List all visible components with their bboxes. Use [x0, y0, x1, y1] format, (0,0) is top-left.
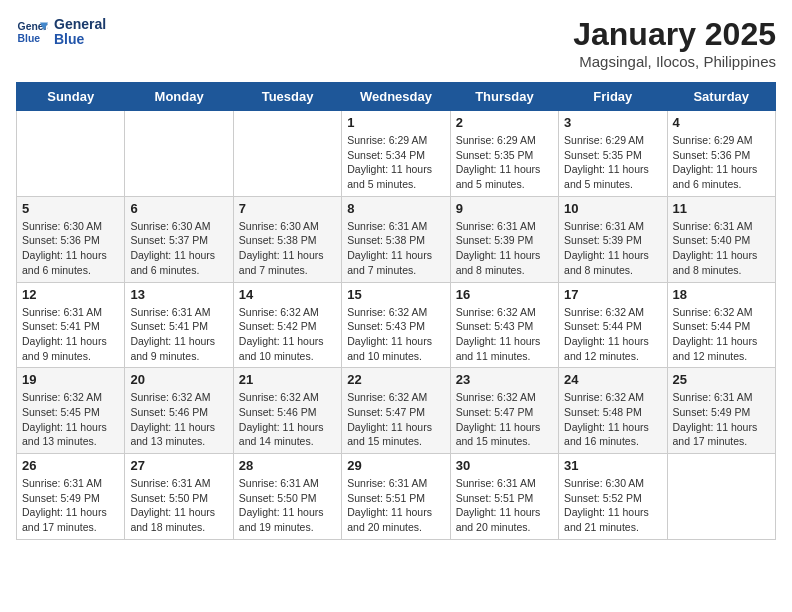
day-number: 3	[564, 115, 661, 130]
logo: General Blue General Blue	[16, 16, 106, 48]
day-info: Sunrise: 6:32 AMSunset: 5:44 PMDaylight:…	[564, 305, 661, 364]
day-info: Sunrise: 6:32 AMSunset: 5:47 PMDaylight:…	[456, 390, 553, 449]
day-number: 26	[22, 458, 119, 473]
calendar-cell: 31Sunrise: 6:30 AMSunset: 5:52 PMDayligh…	[559, 454, 667, 540]
calendar-cell: 10Sunrise: 6:31 AMSunset: 5:39 PMDayligh…	[559, 196, 667, 282]
day-info: Sunrise: 6:32 AMSunset: 5:48 PMDaylight:…	[564, 390, 661, 449]
logo-blue: Blue	[54, 32, 106, 47]
calendar-cell: 2Sunrise: 6:29 AMSunset: 5:35 PMDaylight…	[450, 111, 558, 197]
day-info: Sunrise: 6:30 AMSunset: 5:36 PMDaylight:…	[22, 219, 119, 278]
day-number: 14	[239, 287, 336, 302]
day-number: 22	[347, 372, 444, 387]
day-number: 24	[564, 372, 661, 387]
calendar-cell	[17, 111, 125, 197]
calendar-cell: 17Sunrise: 6:32 AMSunset: 5:44 PMDayligh…	[559, 282, 667, 368]
day-number: 19	[22, 372, 119, 387]
day-number: 31	[564, 458, 661, 473]
calendar-week-row: 5Sunrise: 6:30 AMSunset: 5:36 PMDaylight…	[17, 196, 776, 282]
calendar-week-row: 19Sunrise: 6:32 AMSunset: 5:45 PMDayligh…	[17, 368, 776, 454]
day-number: 12	[22, 287, 119, 302]
calendar-cell: 21Sunrise: 6:32 AMSunset: 5:46 PMDayligh…	[233, 368, 341, 454]
calendar-cell: 20Sunrise: 6:32 AMSunset: 5:46 PMDayligh…	[125, 368, 233, 454]
day-info: Sunrise: 6:31 AMSunset: 5:39 PMDaylight:…	[564, 219, 661, 278]
calendar-cell: 13Sunrise: 6:31 AMSunset: 5:41 PMDayligh…	[125, 282, 233, 368]
day-info: Sunrise: 6:32 AMSunset: 5:46 PMDaylight:…	[239, 390, 336, 449]
calendar-cell: 6Sunrise: 6:30 AMSunset: 5:37 PMDaylight…	[125, 196, 233, 282]
calendar-table: SundayMondayTuesdayWednesdayThursdayFrid…	[16, 82, 776, 540]
day-number: 16	[456, 287, 553, 302]
day-number: 23	[456, 372, 553, 387]
calendar-cell: 14Sunrise: 6:32 AMSunset: 5:42 PMDayligh…	[233, 282, 341, 368]
day-number: 1	[347, 115, 444, 130]
calendar-cell: 5Sunrise: 6:30 AMSunset: 5:36 PMDaylight…	[17, 196, 125, 282]
day-number: 28	[239, 458, 336, 473]
calendar-week-row: 1Sunrise: 6:29 AMSunset: 5:34 PMDaylight…	[17, 111, 776, 197]
calendar-cell: 3Sunrise: 6:29 AMSunset: 5:35 PMDaylight…	[559, 111, 667, 197]
calendar-cell: 8Sunrise: 6:31 AMSunset: 5:38 PMDaylight…	[342, 196, 450, 282]
day-header-thursday: Thursday	[450, 83, 558, 111]
day-info: Sunrise: 6:31 AMSunset: 5:50 PMDaylight:…	[130, 476, 227, 535]
day-number: 2	[456, 115, 553, 130]
calendar-cell: 23Sunrise: 6:32 AMSunset: 5:47 PMDayligh…	[450, 368, 558, 454]
calendar-cell: 27Sunrise: 6:31 AMSunset: 5:50 PMDayligh…	[125, 454, 233, 540]
day-info: Sunrise: 6:29 AMSunset: 5:35 PMDaylight:…	[564, 133, 661, 192]
calendar-week-row: 12Sunrise: 6:31 AMSunset: 5:41 PMDayligh…	[17, 282, 776, 368]
day-number: 21	[239, 372, 336, 387]
calendar-cell: 25Sunrise: 6:31 AMSunset: 5:49 PMDayligh…	[667, 368, 775, 454]
day-number: 17	[564, 287, 661, 302]
day-info: Sunrise: 6:30 AMSunset: 5:38 PMDaylight:…	[239, 219, 336, 278]
day-info: Sunrise: 6:32 AMSunset: 5:46 PMDaylight:…	[130, 390, 227, 449]
day-number: 13	[130, 287, 227, 302]
calendar-cell: 19Sunrise: 6:32 AMSunset: 5:45 PMDayligh…	[17, 368, 125, 454]
calendar-cell: 12Sunrise: 6:31 AMSunset: 5:41 PMDayligh…	[17, 282, 125, 368]
calendar-cell	[233, 111, 341, 197]
day-info: Sunrise: 6:31 AMSunset: 5:51 PMDaylight:…	[456, 476, 553, 535]
day-header-saturday: Saturday	[667, 83, 775, 111]
day-info: Sunrise: 6:29 AMSunset: 5:34 PMDaylight:…	[347, 133, 444, 192]
calendar-cell: 26Sunrise: 6:31 AMSunset: 5:49 PMDayligh…	[17, 454, 125, 540]
day-header-monday: Monday	[125, 83, 233, 111]
day-header-sunday: Sunday	[17, 83, 125, 111]
day-header-tuesday: Tuesday	[233, 83, 341, 111]
day-info: Sunrise: 6:30 AMSunset: 5:52 PMDaylight:…	[564, 476, 661, 535]
day-info: Sunrise: 6:29 AMSunset: 5:36 PMDaylight:…	[673, 133, 770, 192]
calendar-cell: 18Sunrise: 6:32 AMSunset: 5:44 PMDayligh…	[667, 282, 775, 368]
day-number: 20	[130, 372, 227, 387]
day-info: Sunrise: 6:31 AMSunset: 5:39 PMDaylight:…	[456, 219, 553, 278]
calendar-header-row: SundayMondayTuesdayWednesdayThursdayFrid…	[17, 83, 776, 111]
calendar-cell	[667, 454, 775, 540]
day-number: 29	[347, 458, 444, 473]
day-info: Sunrise: 6:29 AMSunset: 5:35 PMDaylight:…	[456, 133, 553, 192]
day-info: Sunrise: 6:32 AMSunset: 5:43 PMDaylight:…	[347, 305, 444, 364]
calendar-cell: 28Sunrise: 6:31 AMSunset: 5:50 PMDayligh…	[233, 454, 341, 540]
day-info: Sunrise: 6:32 AMSunset: 5:43 PMDaylight:…	[456, 305, 553, 364]
calendar-cell: 7Sunrise: 6:30 AMSunset: 5:38 PMDaylight…	[233, 196, 341, 282]
calendar-cell: 29Sunrise: 6:31 AMSunset: 5:51 PMDayligh…	[342, 454, 450, 540]
day-info: Sunrise: 6:31 AMSunset: 5:49 PMDaylight:…	[673, 390, 770, 449]
calendar-cell: 16Sunrise: 6:32 AMSunset: 5:43 PMDayligh…	[450, 282, 558, 368]
title-block: January 2025 Magsingal, Ilocos, Philippi…	[573, 16, 776, 70]
day-info: Sunrise: 6:31 AMSunset: 5:41 PMDaylight:…	[22, 305, 119, 364]
day-number: 18	[673, 287, 770, 302]
day-number: 8	[347, 201, 444, 216]
day-number: 4	[673, 115, 770, 130]
day-number: 6	[130, 201, 227, 216]
calendar-cell: 30Sunrise: 6:31 AMSunset: 5:51 PMDayligh…	[450, 454, 558, 540]
day-number: 10	[564, 201, 661, 216]
day-number: 7	[239, 201, 336, 216]
day-number: 15	[347, 287, 444, 302]
calendar-cell: 24Sunrise: 6:32 AMSunset: 5:48 PMDayligh…	[559, 368, 667, 454]
day-info: Sunrise: 6:32 AMSunset: 5:44 PMDaylight:…	[673, 305, 770, 364]
month-title: January 2025	[573, 16, 776, 53]
calendar-cell: 22Sunrise: 6:32 AMSunset: 5:47 PMDayligh…	[342, 368, 450, 454]
calendar-cell	[125, 111, 233, 197]
day-number: 9	[456, 201, 553, 216]
location-subtitle: Magsingal, Ilocos, Philippines	[573, 53, 776, 70]
day-number: 25	[673, 372, 770, 387]
calendar-week-row: 26Sunrise: 6:31 AMSunset: 5:49 PMDayligh…	[17, 454, 776, 540]
day-info: Sunrise: 6:32 AMSunset: 5:45 PMDaylight:…	[22, 390, 119, 449]
day-info: Sunrise: 6:32 AMSunset: 5:47 PMDaylight:…	[347, 390, 444, 449]
day-info: Sunrise: 6:31 AMSunset: 5:51 PMDaylight:…	[347, 476, 444, 535]
day-info: Sunrise: 6:31 AMSunset: 5:50 PMDaylight:…	[239, 476, 336, 535]
day-header-wednesday: Wednesday	[342, 83, 450, 111]
